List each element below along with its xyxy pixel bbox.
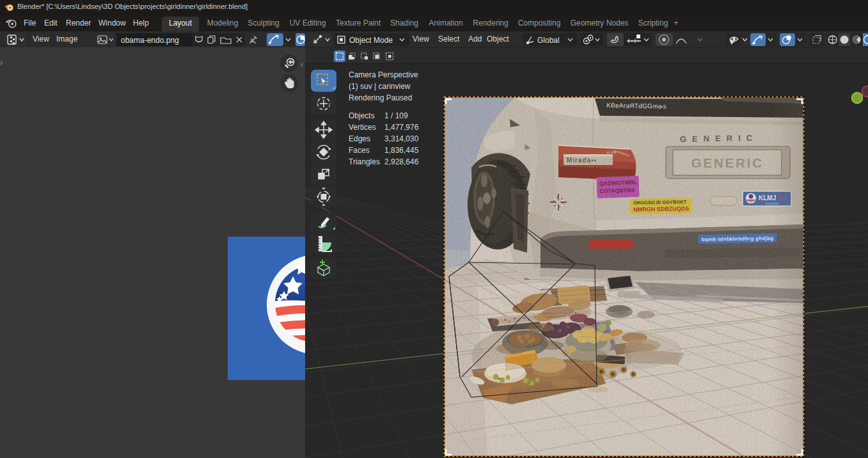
svg-text:2,928,646: 2,928,646 [384,157,419,166]
svg-text:Object Mode: Object Mode [349,36,393,45]
svg-text:3,314,030: 3,314,030 [384,134,419,143]
svg-text:Global: Global [537,36,560,45]
svg-text:1,477,976: 1,477,976 [384,123,419,132]
svg-text:Camera Perspective: Camera Perspective [349,70,418,79]
svg-text:1 / 109: 1 / 109 [384,111,408,120]
svg-text:Faces: Faces [349,146,370,155]
svg-text:1,836,445: 1,836,445 [384,146,419,155]
svg-text:(1) suv | carinview: (1) suv | carinview [349,82,411,91]
svg-text:‹: ‹ [301,60,303,69]
svg-text:Vertices: Vertices [349,123,376,132]
svg-text:obama-endo.png: obama-endo.png [121,36,179,45]
svg-text:Triangles: Triangles [349,157,380,166]
svg-text:Rendering Paused: Rendering Paused [349,93,412,102]
svg-text:Edges: Edges [349,134,370,143]
svg-text:Objects: Objects [349,111,375,120]
